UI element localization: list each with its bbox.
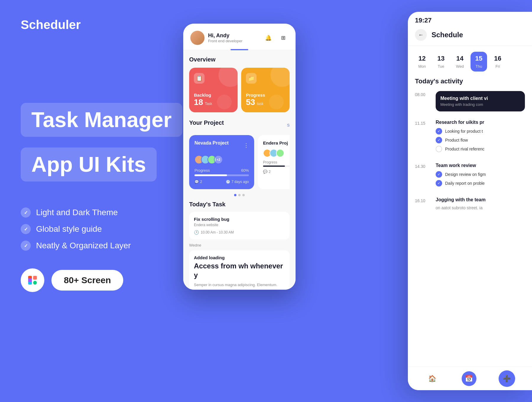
cal-day-15[interactable]: 15 Thu [471,52,487,72]
nevada-menu[interactable]: ⋮ [244,142,249,149]
backlog-card: 📋 Backlog 18 Task [189,68,238,112]
backlog-icon: 📋 [194,73,205,84]
event-plain-3: Team work review ✓ Design review on figm… [436,163,525,189]
notification-icon[interactable]: 🔔 [263,33,274,43]
endera-progress-bar [263,166,290,167]
cal-day-13[interactable]: 13 Tue [433,52,449,72]
activity-section: Today's activity 08.00 Meeting with clie… [408,77,532,210]
nevada-time: 🕐 7 days ago [226,180,249,184]
endera-av-3 [276,149,284,157]
cal-name-tue: Tue [438,64,444,69]
svg-rect-1 [33,276,37,280]
heading-line-2: App UI Kits [21,147,157,181]
endera-avatars [263,149,290,157]
time-label-4: 16.10 [415,197,430,203]
cal-day-12[interactable]: 12 Mon [414,52,430,72]
progress-card: 📁 Progress 53 task [241,68,290,112]
endera-title: Endera Proj [263,140,290,145]
bottom-row: 80+ Screen [21,268,186,292]
svg-rect-3 [33,281,37,285]
progress-unit: task [257,102,263,106]
feature-item-2: Global style guide [21,224,186,234]
cal-num-14: 14 [456,55,463,62]
event-plain-title-4: Jogging with the team [436,197,525,202]
overview-cards: 📋 Backlog 18 Task 📁 Progress 53 task [189,68,290,112]
cal-name-wed: Wed [456,64,464,69]
task1-name: Fix scrolling bug [194,217,285,222]
phone-screen-2: 19:27 ← Schedule 12 Mon 13 Tue 14 Wed 15… [408,12,532,390]
endera-card: Endera Proj Progress 💬 2 [258,135,290,189]
time-label-2: 11.15 [415,120,430,126]
menu-icon[interactable]: ⊞ [278,33,288,43]
project-header: Your Project S [189,119,290,131]
figma-icon [21,268,44,292]
avatar [190,31,205,45]
access-desc: Semper in cursus magna adipiscing. Eleme… [194,282,285,290]
cal-num-13: 13 [437,55,445,62]
phone-screen-1: Hi, Andy Front end developer 🔔 ⊞ Overvie… [183,24,296,290]
event-card-1: Meeting with client vi Meeting with trad… [436,91,525,111]
user-details: Hi, Andy Front end developer [208,33,242,43]
cal-num-12: 12 [419,55,426,62]
event-title-1: Meeting with client vi [440,96,520,101]
nav-add[interactable]: ➕ [499,370,515,387]
cal-day-14[interactable]: 14 Wed [452,52,468,72]
features-list: Light and Dark Theme Global style guide … [21,208,186,251]
task1-time: 🕐 10.00 Am - 10.30 AM [194,230,285,235]
user-role: Front end developer [208,39,242,43]
backlog-unit: Task [205,102,212,106]
check-icon-1 [21,208,31,218]
dot-2 [238,194,241,196]
cal-num-16: 16 [494,55,501,62]
screen-badge: 80+ Screen [51,270,123,291]
event-3: 14.30 Team work review ✓ Design review o… [415,163,525,189]
phone-content: Overview 📋 Backlog 18 Task 📁 Progress 53 [183,50,296,290]
task1-project: Endera website [194,223,285,227]
progress-count: 53 [246,98,255,107]
cal-name-thu: Thu [476,64,482,69]
event-plain-4: Jogging with the team on aatot subroto s… [436,197,525,210]
nevada-avatars: +2 [194,155,249,164]
heading-line-1: Task Manager [21,103,182,137]
dot-1 [234,194,236,196]
back-button[interactable]: ← [415,29,427,41]
event-4: 16.10 Jogging with the team on aatot sub… [415,197,525,210]
task2-name: Added loading [194,255,285,260]
projects-title: Your Project [189,119,224,126]
cal-name-mon: Mon [418,64,426,69]
activity-title: Today's activity [415,77,525,85]
dots-nav [189,194,290,196]
nav-home[interactable]: 🏠 [425,371,439,386]
feature-label-2: Global style guide [36,224,102,234]
feature-item-1: Light and Dark Theme [21,208,186,218]
nevada-card: Nevada Project ⋮ +2 Progress 60% [189,135,254,189]
event-2: 11.15 Research for uikits pr ✓ Looking f… [415,120,525,155]
nav-calendar[interactable]: 📅 [462,371,476,386]
event-sub-4: on aatot subroto street. ia [436,205,525,210]
check-circle-4: ✓ [436,171,442,178]
backlog-count: 18 [194,98,203,107]
check-circle-5: ✓ [436,180,442,187]
access-heading: Access from wh whenever y [194,261,285,280]
left-section: Scheduler Task Manager App UI Kits Light… [0,0,207,402]
nevada-progress-fill [194,174,227,176]
check-item-4: ✓ Design review on figm [436,171,525,178]
check-icon-3 [21,241,31,251]
feature-label-3: Neatly & Organized Layer [36,241,131,250]
bottom-nav: 🏠 📅 ➕ [408,367,532,390]
task-item-1: Fix scrolling bug Endera website 🕐 10.00… [189,212,290,239]
endera-progress-label: Progress [263,160,290,164]
schedule-nav-header: ← Schedule [408,24,532,46]
wed-label: Wedne [189,243,290,247]
cal-day-16[interactable]: 16 Fri [489,52,506,72]
schedule-title: Schedule [432,31,463,39]
user-name: Hi, Andy [208,33,242,39]
calendar-strip: 12 Mon 13 Tue 14 Wed 15 Thu 16 Fri [408,46,532,77]
feature-item-3: Neatly & Organized Layer [21,241,186,251]
nevada-footer: 💬 2 🕐 7 days ago [194,180,249,184]
time-label-1: 08.00 [415,91,430,97]
project-cards: Nevada Project ⋮ +2 Progress 60% [189,135,290,189]
check-item-2: ✓ Product flow [436,137,525,143]
see-all[interactable]: S [287,123,290,127]
task-item-2: Added loading Access from wh whenever y … [189,250,290,290]
